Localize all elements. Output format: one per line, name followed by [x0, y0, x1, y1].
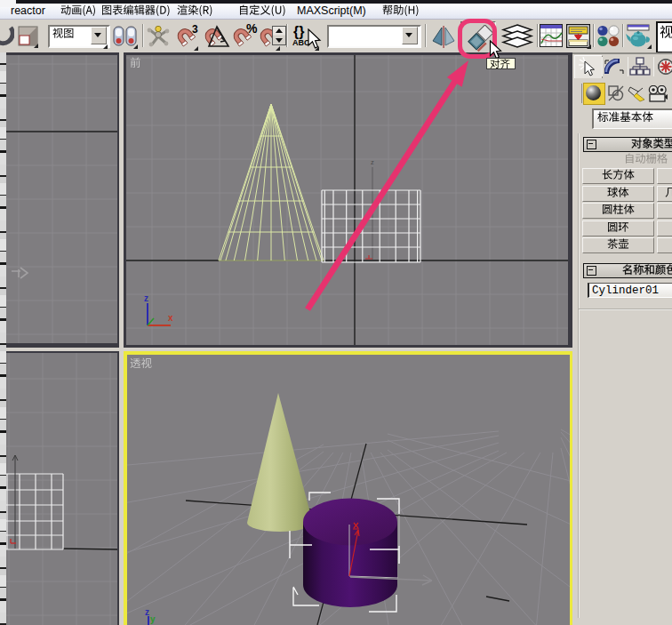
svg-text:y: y [150, 614, 156, 624]
svg-text:z: z [371, 158, 374, 166]
svg-text:x: x [168, 313, 173, 323]
svg-text:z: z [144, 293, 148, 303]
svg-text:z: z [145, 607, 149, 617]
